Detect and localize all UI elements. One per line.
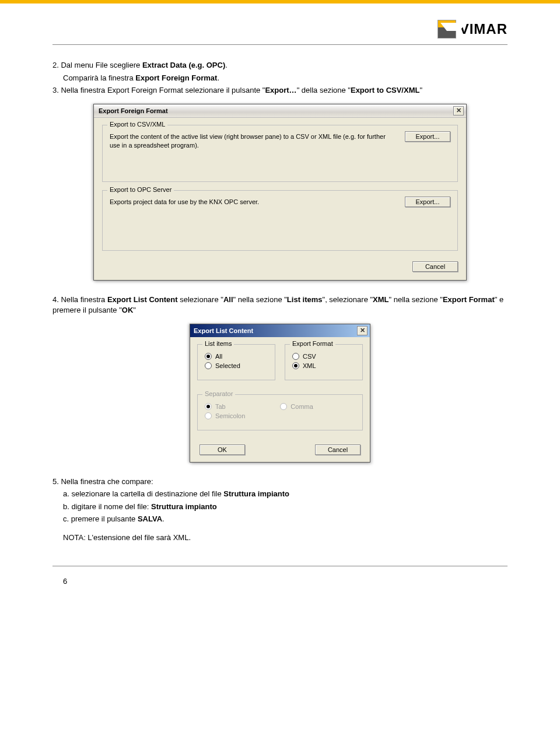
text: . — [162, 514, 164, 523]
text: " della sezione " — [297, 86, 351, 94]
page-number: 6 — [52, 577, 508, 586]
radio-csv[interactable]: CSV — [292, 353, 355, 360]
page-header: VIMAR — [0, 3, 560, 44]
radio-icon — [205, 353, 212, 360]
ok-button[interactable]: OK — [200, 444, 245, 455]
text: " — [419, 86, 422, 94]
text-bold: Export to CSV/XML — [351, 86, 419, 94]
text: b. digitare il nome del file: — [63, 502, 151, 511]
radio-icon — [292, 353, 299, 360]
cancel-button[interactable]: Cancel — [315, 444, 360, 455]
dialog-export-foreign-format: Export Foreign Format ✕ Export to CSV/XM… — [93, 104, 467, 281]
brand-logo: VIMAR — [438, 20, 508, 38]
group-legend: List items — [202, 340, 234, 347]
radio-icon — [205, 362, 212, 369]
text: ", selezionare " — [323, 295, 373, 304]
radio-label: All — [215, 353, 222, 360]
text-bold: XML — [373, 295, 388, 304]
text-bold: SALVA — [138, 514, 162, 523]
group-list-items: List items All Selected — [197, 344, 275, 380]
group-description: Exports project data for use by the KNX … — [110, 197, 393, 206]
dialog-title: Export Foreign Format — [99, 107, 168, 114]
text: " — [133, 306, 136, 314]
radio-tab: Tab — [205, 403, 245, 410]
divider-top — [52, 44, 508, 45]
radio-comma: Comma — [280, 403, 313, 410]
step-5: 5. Nella finestra che compare: — [52, 477, 508, 487]
note: NOTA: L'estensione del file sarà XML. — [52, 533, 508, 543]
text: a. selezionare la cartella di destinazio… — [63, 489, 223, 498]
text-bold: Struttura impianto — [223, 489, 289, 498]
radio-icon — [205, 403, 212, 410]
divider-bottom — [52, 566, 508, 566]
text-bold: List items — [287, 295, 323, 304]
radio-icon — [292, 362, 299, 369]
group-export-csv-xml: Export to CSV/XML Export the content of … — [102, 125, 458, 183]
text: " nella sezione " — [233, 295, 287, 304]
radio-label: Selected — [215, 362, 240, 369]
brand-logo-icon — [438, 20, 456, 38]
dialog-titlebar: Export List Content ✕ — [190, 324, 370, 337]
text: " nella sezione " — [389, 295, 443, 304]
text-bold: Struttura impianto — [151, 502, 217, 511]
text-bold: Export List Content — [107, 295, 178, 304]
text: 4. Nella finestra — [52, 295, 107, 304]
text: 2. Dal menu File scegliere — [52, 61, 142, 69]
dialog-titlebar: Export Foreign Format ✕ — [94, 104, 466, 118]
radio-label: Comma — [290, 403, 313, 410]
group-legend: Export to OPC Server — [107, 186, 174, 193]
step-2: 2. Dal menu File scegliere Extract Data … — [52, 60, 508, 71]
cancel-button[interactable]: Cancel — [412, 261, 458, 272]
group-legend: Export Format — [290, 340, 335, 347]
radio-xml[interactable]: XML — [292, 362, 355, 369]
close-icon[interactable]: ✕ — [357, 326, 368, 335]
radio-label: CSV — [303, 353, 316, 360]
text: . — [217, 73, 219, 82]
step-2-sub: Comparirà la finestra Export Foreign For… — [52, 73, 508, 83]
export-button[interactable]: Export... — [405, 131, 450, 142]
step-4: 4. Nella finestra Export List Content se… — [52, 295, 508, 315]
text: Comparirà la finestra — [63, 73, 135, 82]
group-legend: Separator — [202, 390, 235, 397]
text-bold: Extract Data (e.g. OPC) — [142, 61, 225, 69]
radio-all[interactable]: All — [205, 353, 268, 360]
radio-label: Tab — [215, 403, 226, 410]
group-description: Export the content of the active list vi… — [110, 131, 393, 150]
text-bold: Export… — [265, 86, 296, 94]
text: 3. Nella finestra Export Foreign Format … — [52, 86, 265, 94]
group-export-format: Export Format CSV XML — [285, 344, 363, 380]
brand-name: VIMAR — [460, 21, 508, 37]
step-5b: b. digitare il nome del file: Struttura … — [52, 502, 508, 512]
radio-label: XML — [303, 362, 316, 369]
radio-semicolon: Semicolon — [205, 412, 245, 419]
radio-icon — [205, 412, 212, 419]
text: selezionare " — [178, 295, 223, 304]
dialog-body: Export to CSV/XML Export the content of … — [94, 118, 466, 281]
step-5c: c. premere il pulsante SALVA. — [52, 514, 508, 524]
step-5a: a. selezionare la cartella di destinazio… — [52, 489, 508, 499]
radio-label: Semicolon — [215, 412, 245, 419]
text-bold: OK — [122, 306, 134, 314]
text: c. premere il pulsante — [63, 514, 138, 523]
step-3: 3. Nella finestra Export Foreign Format … — [52, 85, 508, 96]
text-bold: Export Format — [443, 295, 495, 304]
dialog-body: List items All Selected Export Format CS… — [190, 337, 370, 462]
dialog-title: Export List Content — [194, 327, 253, 334]
page-content: 2. Dal menu File scegliere Extract Data … — [0, 44, 560, 609]
export-button[interactable]: Export... — [405, 197, 450, 207]
text-bold: All — [223, 295, 233, 304]
radio-selected[interactable]: Selected — [205, 362, 268, 369]
close-icon[interactable]: ✕ — [453, 106, 464, 115]
group-separator: Separator Tab Semicolon — [197, 394, 363, 430]
group-export-opc: Export to OPC Server Exports project dat… — [102, 190, 458, 251]
text-bold: Export Foreign Format — [135, 73, 217, 82]
radio-icon — [280, 403, 287, 410]
group-legend: Export to CSV/XML — [107, 121, 167, 128]
text: . — [225, 61, 228, 69]
dialog-export-list-content: Export List Content ✕ List items All Sel… — [190, 324, 370, 463]
